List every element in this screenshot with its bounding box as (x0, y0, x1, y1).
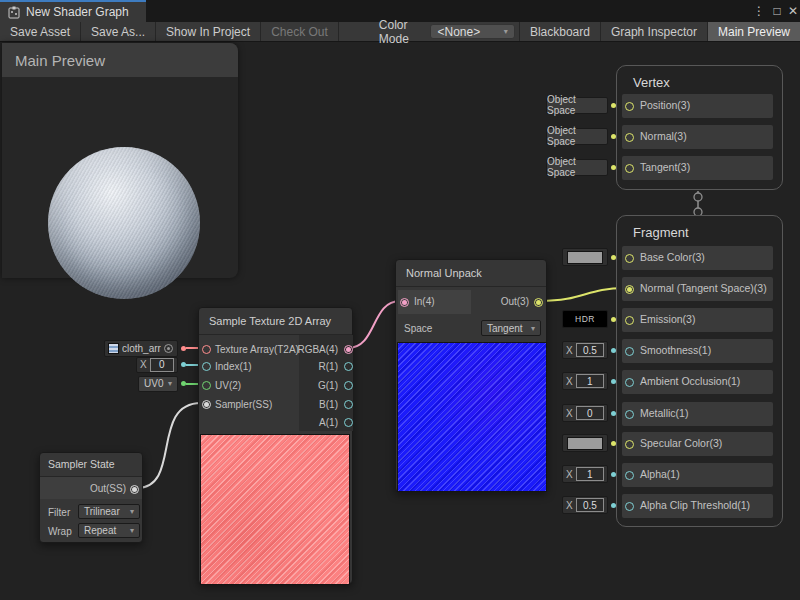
uv-widget: UV0 ▾ (138, 376, 186, 392)
chevron-down-icon: ▾ (130, 507, 134, 516)
widget-connector-dot (181, 381, 186, 386)
sample-texture-2d-array-node[interactable]: Sample Texture 2D Array Texture Array(T2… (198, 307, 353, 584)
wire-out3-to-normal-slot[interactable] (540, 288, 625, 301)
alpha-input-port[interactable] (625, 471, 634, 480)
normal-unpack-node[interactable]: Normal Unpack In(4) Out(3) Space Tangent… (395, 259, 547, 492)
in4-port[interactable] (400, 298, 409, 307)
texture-object-field[interactable]: cloth_array (104, 340, 178, 357)
tangent-input-port[interactable] (625, 164, 634, 173)
outss-port[interactable] (130, 485, 139, 494)
blackboard-toggle[interactable]: Blackboard (519, 22, 600, 41)
fragment-context-node[interactable]: Fragment Base Color(3) Normal (Tangent S… (616, 215, 783, 527)
show-in-project-button[interactable]: Show In Project (156, 22, 261, 41)
sampler-port[interactable] (202, 400, 211, 409)
widget-connector-dot (611, 255, 616, 260)
fragment-slot-alpha[interactable]: Alpha(1) (622, 463, 773, 487)
color-swatch (567, 251, 603, 264)
widget-connector-dot (611, 503, 616, 508)
fragment-slot-specular[interactable]: Specular Color(3) (622, 432, 773, 456)
graph-toolbar: Save Asset Save As... Show In Project Ch… (0, 22, 800, 42)
fragment-title: Fragment (633, 225, 689, 240)
wrap-dropdown[interactable]: Repeat ▾ (78, 523, 140, 538)
save-as-button[interactable]: Save As... (81, 22, 156, 41)
emission-input-port[interactable] (625, 316, 634, 325)
alphaclip-input-port[interactable] (625, 502, 634, 511)
index-widget: X 0 (136, 357, 186, 373)
alpha-slot-label: Alpha(1) (640, 468, 680, 480)
color-mode-value: <None> (437, 25, 480, 39)
g-output-port[interactable] (344, 381, 353, 390)
uv-port[interactable] (202, 381, 211, 390)
basecolor-input-port[interactable] (625, 254, 634, 263)
main-preview-header[interactable]: Main Preview (2, 43, 238, 77)
sample-texture-preview (200, 434, 350, 585)
tangent-space-dropdown[interactable]: Object Space (546, 159, 608, 176)
index-port[interactable] (202, 362, 211, 371)
widget-connector-dot (611, 441, 616, 446)
vertex-slot-tangent[interactable]: Tangent(3) (622, 156, 773, 180)
emission-hdr-swatch[interactable]: HDR (562, 310, 608, 328)
r-output-port[interactable] (344, 362, 353, 371)
fragment-slot-normal-tangent[interactable]: Normal (Tangent Space)(3) (622, 277, 773, 301)
fragment-slot-alphaclip[interactable]: Alpha Clip Threshold(1) (622, 494, 773, 518)
save-asset-button[interactable]: Save Asset (0, 22, 81, 41)
texture-object-name: cloth_array (122, 343, 161, 354)
wire-rgba-to-normalunpack[interactable] (348, 301, 400, 348)
occlusion-widget: X1 (562, 372, 616, 390)
kebab-menu-icon[interactable]: ⋮ (750, 0, 768, 22)
alpha-widget: X1 (562, 465, 616, 483)
r-label: R(1) (319, 361, 338, 372)
close-icon[interactable]: ✕ (784, 0, 800, 22)
basecolor-swatch[interactable] (562, 248, 608, 266)
specular-swatch[interactable] (562, 434, 608, 452)
main-preview-title: Main Preview (15, 52, 105, 69)
smoothness-field[interactable]: 0.5 (576, 343, 604, 357)
b-output-port[interactable] (344, 400, 353, 409)
widget-connector-dot (611, 165, 616, 170)
vertex-slot-normal[interactable]: Normal(3) (622, 125, 773, 149)
tab-new-shader-graph[interactable]: New Shader Graph (0, 0, 146, 22)
fragment-slot-metallic[interactable]: Metallic(1) (622, 402, 773, 426)
normal-input-port[interactable] (625, 133, 634, 142)
normal-space-dropdown[interactable]: Object Space (546, 128, 608, 145)
alphaclip-field[interactable]: 0.5 (576, 498, 604, 512)
a-output-port[interactable] (344, 418, 353, 427)
smoothness-input-port[interactable] (625, 347, 634, 356)
specular-input-port[interactable] (625, 440, 634, 449)
fragment-slot-basecolor[interactable]: Base Color(3) (622, 246, 773, 270)
vertex-slot-position[interactable]: Position(3) (622, 94, 773, 118)
stack-connector-top-dot[interactable] (694, 193, 702, 201)
out3-port[interactable] (534, 298, 543, 307)
position-input-port[interactable] (625, 102, 634, 111)
sampler-state-node[interactable]: Sampler State Out(SS) Filter Trilinear ▾… (39, 452, 143, 543)
metallic-input-port[interactable] (625, 410, 634, 419)
color-mode-dropdown[interactable]: <None> ▾ (430, 24, 514, 39)
vertex-context-node[interactable]: Vertex Position(3) Normal(3) Tangent(3) (616, 65, 783, 190)
alpha-field[interactable]: 1 (576, 467, 604, 481)
rgba-output-port[interactable] (344, 345, 353, 354)
fragment-slot-smoothness[interactable]: Smoothness(1) (622, 339, 773, 363)
wire-samplerstate-to-sampler[interactable] (137, 403, 201, 488)
main-preview-toggle[interactable]: Main Preview (707, 22, 800, 41)
space-dropdown[interactable]: Tangent ▾ (481, 320, 541, 336)
normal-slot-label: Normal(3) (640, 130, 687, 142)
occlusion-input-port[interactable] (625, 378, 634, 387)
texturearray-port[interactable] (202, 345, 211, 354)
widget-connector-dot (181, 346, 186, 351)
smoothness-widget: X0.5 (562, 341, 616, 359)
occlusion-field[interactable]: 1 (576, 374, 604, 388)
uv-channel-dropdown[interactable]: UV0 ▾ (138, 376, 178, 392)
metallic-field[interactable]: 0 (576, 406, 604, 420)
normaltangent-input-port[interactable] (625, 285, 634, 294)
main-preview-panel: Main Preview (2, 43, 238, 278)
fragment-slot-emission[interactable]: Emission(3) (622, 308, 773, 332)
rgba-label: RGBA(4) (297, 344, 338, 355)
fragment-slot-occlusion[interactable]: Ambient Occlusion(1) (622, 370, 773, 394)
graph-inspector-toggle[interactable]: Graph Inspector (600, 22, 707, 41)
index-field[interactable]: 0 (150, 358, 174, 372)
wrap-label: Wrap (48, 526, 72, 537)
emission-widget: HDR (562, 310, 616, 328)
position-space-dropdown[interactable]: Object Space (546, 97, 608, 114)
filter-dropdown[interactable]: Trilinear ▾ (78, 504, 140, 519)
object-picker-icon[interactable] (164, 344, 173, 353)
